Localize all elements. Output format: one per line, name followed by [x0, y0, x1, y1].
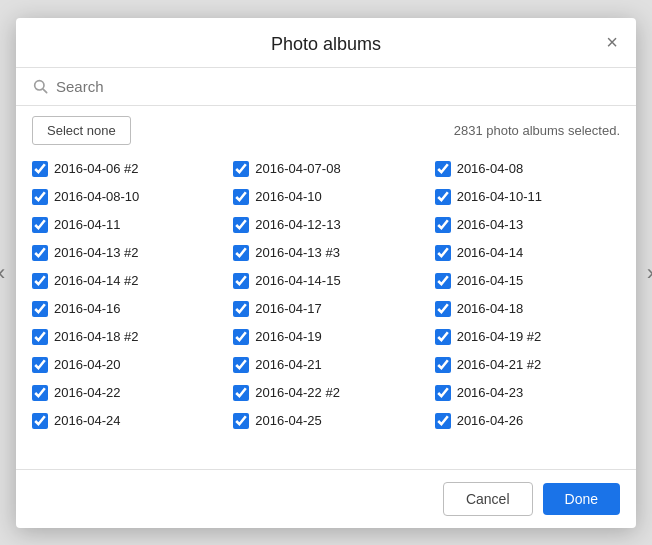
- album-label: 2016-04-18 #2: [54, 329, 139, 344]
- list-item[interactable]: 2016-04-12-13: [225, 211, 426, 239]
- list-item[interactable]: 2016-04-25: [225, 407, 426, 435]
- album-checkbox[interactable]: [435, 385, 451, 401]
- list-item[interactable]: 2016-04-24: [24, 407, 225, 435]
- list-item[interactable]: 2016-04-26: [427, 407, 628, 435]
- list-item[interactable]: 2016-04-06 #2: [24, 155, 225, 183]
- album-label: 2016-04-21 #2: [457, 357, 542, 372]
- album-label: 2016-04-16: [54, 301, 121, 316]
- list-item[interactable]: 2016-04-13 #2: [24, 239, 225, 267]
- album-label: 2016-04-08: [457, 161, 524, 176]
- album-label: 2016-04-10: [255, 189, 322, 204]
- album-checkbox[interactable]: [32, 161, 48, 177]
- album-checkbox[interactable]: [435, 189, 451, 205]
- album-label: 2016-04-19: [255, 329, 322, 344]
- selected-count-label: 2831 photo albums selected.: [454, 123, 620, 138]
- list-item[interactable]: 2016-04-21: [225, 351, 426, 379]
- dialog-title: Photo albums: [271, 34, 381, 55]
- album-label: 2016-04-21: [255, 357, 322, 372]
- album-checkbox[interactable]: [233, 245, 249, 261]
- search-bar: [16, 68, 636, 106]
- album-label: 2016-04-13 #3: [255, 245, 340, 260]
- list-item[interactable]: 2016-04-10-11: [427, 183, 628, 211]
- album-label: 2016-04-07-08: [255, 161, 340, 176]
- album-checkbox[interactable]: [233, 161, 249, 177]
- album-checkbox[interactable]: [32, 273, 48, 289]
- album-checkbox[interactable]: [233, 301, 249, 317]
- album-checkbox[interactable]: [233, 217, 249, 233]
- album-label: 2016-04-22 #2: [255, 385, 340, 400]
- album-checkbox[interactable]: [32, 385, 48, 401]
- album-label: 2016-04-17: [255, 301, 322, 316]
- album-checkbox[interactable]: [233, 357, 249, 373]
- album-checkbox[interactable]: [435, 357, 451, 373]
- album-label: 2016-04-20: [54, 357, 121, 372]
- search-input[interactable]: [56, 78, 620, 95]
- album-label: 2016-04-06 #2: [54, 161, 139, 176]
- list-item[interactable]: 2016-04-19 #2: [427, 323, 628, 351]
- chevron-right-icon: ›: [647, 260, 652, 285]
- album-checkbox[interactable]: [32, 357, 48, 373]
- list-item[interactable]: 2016-04-15: [427, 267, 628, 295]
- close-button[interactable]: ×: [602, 28, 622, 56]
- album-checkbox[interactable]: [32, 413, 48, 429]
- list-item[interactable]: 2016-04-07-08: [225, 155, 426, 183]
- list-item[interactable]: 2016-04-08-10: [24, 183, 225, 211]
- search-icon: [32, 78, 48, 94]
- list-item[interactable]: 2016-04-08: [427, 155, 628, 183]
- list-item[interactable]: 2016-04-13 #3: [225, 239, 426, 267]
- cancel-button[interactable]: Cancel: [443, 482, 533, 516]
- album-label: 2016-04-13: [457, 217, 524, 232]
- album-checkbox[interactable]: [233, 273, 249, 289]
- album-label: 2016-04-08-10: [54, 189, 139, 204]
- album-checkbox[interactable]: [435, 329, 451, 345]
- list-item[interactable]: 2016-04-14: [427, 239, 628, 267]
- album-label: 2016-04-19 #2: [457, 329, 542, 344]
- list-item[interactable]: 2016-04-22 #2: [225, 379, 426, 407]
- svg-line-1: [43, 89, 46, 92]
- list-item[interactable]: 2016-04-21 #2: [427, 351, 628, 379]
- album-label: 2016-04-14 #2: [54, 273, 139, 288]
- album-checkbox[interactable]: [233, 413, 249, 429]
- list-item[interactable]: 2016-04-18: [427, 295, 628, 323]
- prev-page-button[interactable]: ‹: [0, 252, 9, 294]
- list-item[interactable]: 2016-04-14-15: [225, 267, 426, 295]
- chevron-left-icon: ‹: [0, 260, 5, 285]
- album-checkbox[interactable]: [233, 385, 249, 401]
- album-checkbox[interactable]: [32, 189, 48, 205]
- album-checkbox[interactable]: [233, 329, 249, 345]
- album-checkbox[interactable]: [435, 301, 451, 317]
- select-none-button[interactable]: Select none: [32, 116, 131, 145]
- list-item[interactable]: 2016-04-22: [24, 379, 225, 407]
- album-label: 2016-04-10-11: [457, 189, 542, 204]
- list-item[interactable]: 2016-04-18 #2: [24, 323, 225, 351]
- list-item[interactable]: 2016-04-17: [225, 295, 426, 323]
- list-item[interactable]: 2016-04-10: [225, 183, 426, 211]
- albums-grid: 2016-04-06 #22016-04-07-082016-04-082016…: [24, 155, 628, 435]
- album-checkbox[interactable]: [32, 245, 48, 261]
- list-item[interactable]: 2016-04-20: [24, 351, 225, 379]
- list-item[interactable]: 2016-04-11: [24, 211, 225, 239]
- list-item[interactable]: 2016-04-16: [24, 295, 225, 323]
- done-button[interactable]: Done: [543, 483, 620, 515]
- album-label: 2016-04-26: [457, 413, 524, 428]
- album-checkbox[interactable]: [435, 245, 451, 261]
- album-checkbox[interactable]: [435, 161, 451, 177]
- next-page-button[interactable]: ›: [643, 252, 652, 294]
- album-checkbox[interactable]: [233, 189, 249, 205]
- album-checkbox[interactable]: [32, 301, 48, 317]
- toolbar: Select none 2831 photo albums selected.: [16, 106, 636, 155]
- album-checkbox[interactable]: [435, 413, 451, 429]
- dialog-header: Photo albums ×: [16, 18, 636, 68]
- list-item[interactable]: 2016-04-23: [427, 379, 628, 407]
- album-checkbox[interactable]: [435, 273, 451, 289]
- album-checkbox[interactable]: [435, 217, 451, 233]
- album-label: 2016-04-23: [457, 385, 524, 400]
- list-item[interactable]: 2016-04-14 #2: [24, 267, 225, 295]
- list-item[interactable]: 2016-04-19: [225, 323, 426, 351]
- album-label: 2016-04-11: [54, 217, 121, 232]
- album-checkbox[interactable]: [32, 217, 48, 233]
- album-checkbox[interactable]: [32, 329, 48, 345]
- album-label: 2016-04-12-13: [255, 217, 340, 232]
- album-label: 2016-04-22: [54, 385, 121, 400]
- list-item[interactable]: 2016-04-13: [427, 211, 628, 239]
